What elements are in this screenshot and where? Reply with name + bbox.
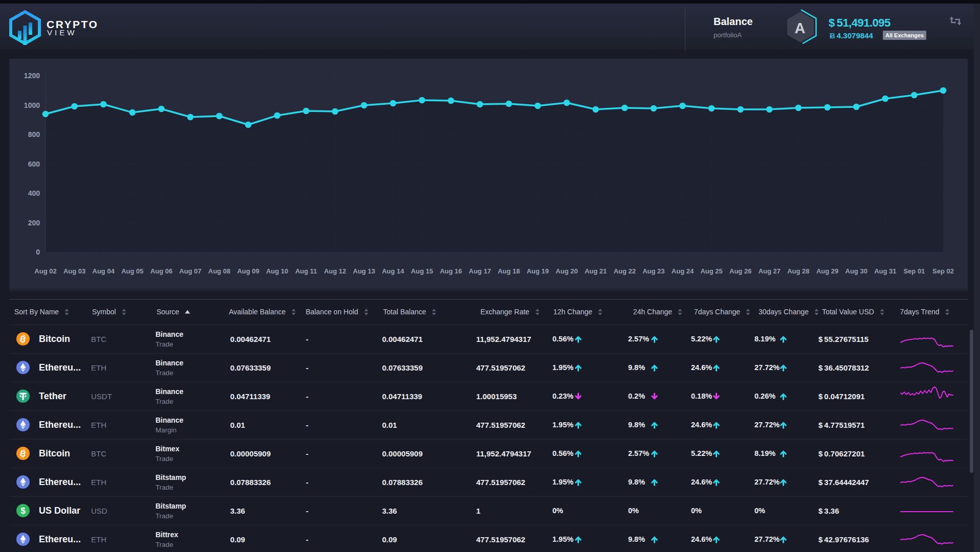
svg-text:Aug 06: Aug 06 xyxy=(150,267,172,275)
svg-text:800: 800 xyxy=(28,130,40,139)
svg-text:Aug 17: Aug 17 xyxy=(469,267,491,275)
svg-text:Aug 22: Aug 22 xyxy=(614,267,636,275)
svg-text:Aug 14: Aug 14 xyxy=(382,267,405,275)
svg-text:Aug 21: Aug 21 xyxy=(585,267,607,275)
svg-text:Aug 07: Aug 07 xyxy=(179,267,201,275)
svg-text:Aug 31: Aug 31 xyxy=(874,267,896,275)
svg-text:Aug 12: Aug 12 xyxy=(324,267,346,275)
svg-text:Aug 08: Aug 08 xyxy=(208,267,230,275)
svg-text:Aug 25: Aug 25 xyxy=(700,267,722,275)
svg-text:Aug 02: Aug 02 xyxy=(34,267,56,275)
svg-text:Aug 27: Aug 27 xyxy=(759,267,781,275)
svg-text:Sep 02: Sep 02 xyxy=(932,267,954,275)
svg-text:400: 400 xyxy=(28,189,40,197)
svg-text:Aug 29: Aug 29 xyxy=(816,267,838,275)
svg-text:Aug 20: Aug 20 xyxy=(555,267,577,275)
svg-text:Aug 13: Aug 13 xyxy=(353,267,375,275)
svg-text:Aug 23: Aug 23 xyxy=(642,267,664,275)
svg-text:Aug 19: Aug 19 xyxy=(527,267,549,275)
svg-text:Aug 11: Aug 11 xyxy=(295,267,317,275)
svg-text:Aug 24: Aug 24 xyxy=(672,267,694,275)
svg-text:Aug 18: Aug 18 xyxy=(498,267,520,275)
svg-text:Aug 03: Aug 03 xyxy=(63,267,85,275)
svg-text:$: $ xyxy=(20,506,26,516)
svg-text:0: 0 xyxy=(36,248,40,256)
svg-text:Aug 09: Aug 09 xyxy=(237,267,259,275)
svg-text:Aug 10: Aug 10 xyxy=(266,267,288,275)
svg-text:Aug 28: Aug 28 xyxy=(787,267,809,275)
svg-text:200: 200 xyxy=(28,219,40,227)
svg-text:Aug 15: Aug 15 xyxy=(411,267,433,275)
svg-text:Aug 05: Aug 05 xyxy=(121,267,143,275)
svg-text:1200: 1200 xyxy=(24,72,40,80)
svg-text:Aug 16: Aug 16 xyxy=(440,267,462,275)
svg-text:Aug 30: Aug 30 xyxy=(845,267,867,275)
svg-text:1000: 1000 xyxy=(24,101,40,109)
svg-text:Aug 26: Aug 26 xyxy=(729,267,751,275)
svg-text:Aug 04: Aug 04 xyxy=(93,267,115,275)
svg-text:600: 600 xyxy=(28,160,40,168)
svg-text:A: A xyxy=(795,20,806,36)
svg-text:Sep 01: Sep 01 xyxy=(903,267,925,275)
